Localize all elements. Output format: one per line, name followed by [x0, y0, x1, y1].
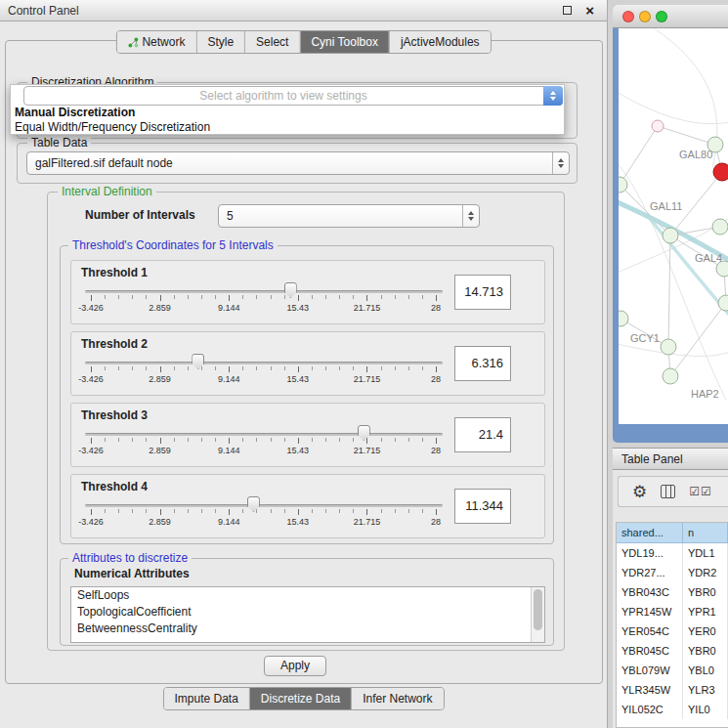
slider-major-tick	[298, 295, 299, 301]
network-node[interactable]	[663, 368, 678, 384]
network-node[interactable]	[713, 163, 728, 181]
combobox-stepper-icon[interactable]	[462, 205, 479, 227]
slider-major-tick	[436, 438, 437, 444]
node-label: GAL4	[695, 252, 722, 264]
network-node[interactable]	[718, 295, 728, 311]
tab-infer-network[interactable]: Infer Network	[351, 688, 443, 709]
threshold-slider[interactable]: -3.4262.8599.14415.4321.71528	[85, 425, 443, 464]
table-data-combobox[interactable]: galFiltered.sif default node	[26, 151, 570, 175]
tab-jactivemodules[interactable]: jActiveModules	[389, 31, 491, 53]
slider-tick-label: 28	[431, 374, 441, 384]
float-window-icon[interactable]	[563, 6, 572, 15]
threshold-value-field[interactable]: 14.713	[454, 275, 511, 310]
tab-select[interactable]: Select	[244, 31, 299, 53]
tab-label: Network	[142, 35, 185, 49]
slider-major-tick	[366, 438, 367, 444]
slider-tick-label: 9.144	[218, 517, 240, 527]
table-row[interactable]: YLR345WYLR3	[617, 680, 728, 700]
table-row[interactable]: YER054CYER0	[617, 621, 728, 641]
top-tab-bar: NetworkStyleSelectCyni ToolboxjActiveMod…	[115, 30, 491, 54]
table-row[interactable]: YBR045CYBR0	[617, 641, 728, 661]
control-panel: Control Panel × NetworkStyleSelectCyni T…	[0, 0, 608, 728]
number-of-intervals-value: 5	[227, 205, 234, 227]
network-node[interactable]	[619, 311, 628, 326]
table-cell: YDR27...	[617, 563, 683, 582]
threshold-value-field[interactable]: 6.316	[454, 346, 511, 381]
attributes-group: Attributes to discretize Numerical Attri…	[60, 558, 554, 646]
slider-tick-label: 9.144	[218, 374, 240, 384]
slider-major-tick	[436, 295, 437, 301]
zoom-traffic-light-icon[interactable]	[656, 11, 667, 22]
tab-label: Discretize Data	[261, 692, 340, 706]
network-canvas[interactable]: GAL80GAL11GAL4GCY1HAP2	[619, 28, 728, 424]
scrollbar-thumb[interactable]	[534, 589, 542, 630]
table-row[interactable]: YBR043CYBR0	[617, 582, 728, 602]
tab-impute-data[interactable]: Impute Data	[163, 688, 248, 709]
table-row[interactable]: YBL079WYBL0	[617, 661, 728, 680]
slider-ticks	[91, 366, 437, 370]
slider-tick-label: 2.859	[149, 517, 171, 527]
table-row[interactable]: YDL19...YDL1	[617, 543, 728, 563]
combobox-stepper-icon[interactable]	[543, 86, 563, 106]
number-of-intervals-label: Number of Intervals	[85, 208, 195, 222]
network-node[interactable]	[661, 339, 676, 355]
network-edge[interactable]	[668, 236, 670, 347]
slider-tick-label: 2.859	[149, 446, 171, 455]
slider-ticks	[91, 509, 437, 513]
attribute-item[interactable]: BetweennessCentrality	[71, 621, 544, 637]
select-columns-icon[interactable]: ☑☑	[689, 485, 712, 498]
gear-icon[interactable]: ⚙	[632, 484, 647, 500]
edge-arc	[638, 28, 717, 167]
threshold-slider[interactable]: -3.4262.8599.14415.4321.71528	[85, 496, 443, 535]
slider-major-tick	[229, 366, 230, 372]
network-node[interactable]	[663, 228, 678, 243]
list-scrollbar[interactable]	[531, 587, 544, 642]
network-edge[interactable]	[620, 126, 658, 185]
minimize-traffic-light-icon[interactable]	[639, 11, 651, 22]
slider-major-tick	[436, 366, 437, 372]
close-traffic-light-icon[interactable]	[622, 11, 634, 22]
table-header-cell[interactable]: n	[683, 523, 728, 542]
slider-major-tick	[298, 509, 299, 515]
combobox-stepper-icon[interactable]	[552, 152, 569, 174]
dropdown-item[interactable]: Manual Discretization	[11, 106, 564, 120]
threshold-slider[interactable]: -3.4262.8599.14415.4321.71528	[85, 282, 443, 321]
network-node[interactable]	[652, 120, 664, 132]
algorithm-combobox[interactable]: Select algorithm to view settings	[23, 86, 563, 106]
threshold-value-field[interactable]: 21.4	[454, 417, 511, 452]
tab-network[interactable]: Network	[116, 31, 195, 53]
interval-definition-label: Interval Definition	[58, 185, 156, 198]
number-of-intervals-combobox[interactable]: 5	[218, 204, 480, 228]
attributes-group-label: Attributes to discretize	[68, 551, 192, 565]
network-node[interactable]	[712, 219, 728, 235]
tab-label: Infer Network	[363, 692, 432, 706]
slider-major-tick	[160, 509, 161, 515]
network-node[interactable]	[619, 177, 627, 193]
tab-style[interactable]: Style	[195, 31, 244, 53]
slider-tick-label: 2.859	[149, 303, 171, 313]
threshold-value-field[interactable]: 11.344	[454, 489, 511, 524]
table-row[interactable]: YIL052CYIL0	[617, 700, 728, 719]
threshold-slider[interactable]: -3.4262.8599.14415.4321.71528	[85, 354, 443, 393]
close-icon[interactable]: ×	[585, 2, 594, 20]
attribute-item[interactable]: SelfLoops	[71, 587, 544, 604]
threshold-block: Threshold 3-3.4262.8599.14415.4321.71528…	[70, 403, 545, 467]
tab-discretize-data[interactable]: Discretize Data	[249, 688, 351, 709]
slider-tick-label: 15.43	[287, 517, 310, 527]
attribute-item[interactable]: TopologicalCoefficient	[71, 604, 544, 621]
table-cell: YBR0	[683, 582, 728, 602]
table-cell: YDL1	[683, 543, 728, 563]
slider-major-tick	[160, 438, 161, 444]
slider-major-tick	[366, 366, 367, 372]
table-row[interactable]: YDR27...YDR2	[617, 563, 728, 582]
table-cell: YLR345W	[617, 680, 683, 700]
apply-button[interactable]: Apply	[264, 656, 326, 676]
table-header-cell[interactable]: shared...	[617, 523, 683, 542]
tab-cyni-toolbox[interactable]: Cyni Toolbox	[299, 31, 388, 53]
table-row[interactable]: YPR145WYPR1	[617, 602, 728, 621]
dropdown-item[interactable]: Equal Width/Frequency Discretization	[11, 120, 564, 135]
columns-icon[interactable]	[661, 485, 675, 498]
tab-label: jActiveModules	[401, 35, 480, 49]
network-edge[interactable]	[658, 126, 715, 145]
network-edge[interactable]	[670, 303, 726, 376]
